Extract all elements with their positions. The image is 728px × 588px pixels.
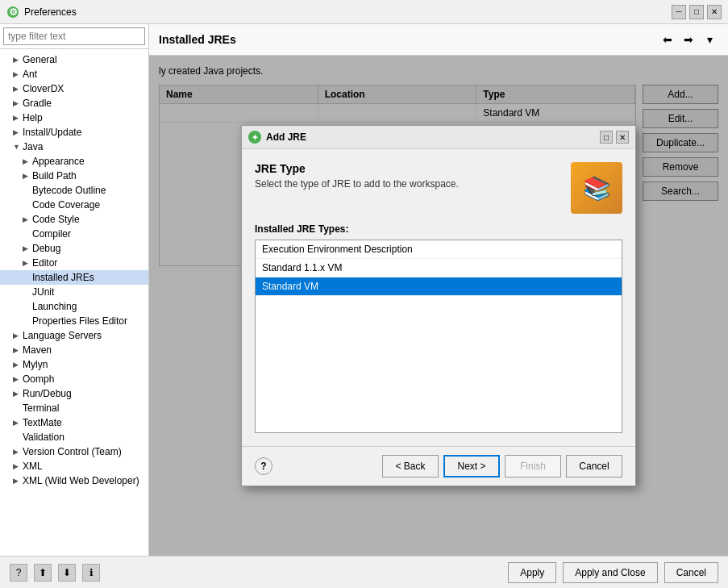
sidebar-item-validation[interactable]: Validation (0, 430, 148, 444)
import-icon[interactable]: ⬇ (58, 564, 76, 582)
modal-maximize-button[interactable]: □ (600, 131, 613, 144)
sidebar-item-bytecode-outline[interactable]: Bytecode Outline (0, 183, 148, 198)
sidebar-item-label: General (23, 54, 145, 65)
sidebar-item-installed-jres[interactable]: Installed JREs (0, 270, 148, 285)
sidebar-item-editor[interactable]: ▶ Editor (0, 256, 148, 270)
minimize-button[interactable]: ─ (672, 5, 686, 19)
right-panel: Installed JREs ⬅ ➡ ▾ ly created Java pro… (149, 24, 728, 556)
sidebar-item-label: Compiler (32, 228, 145, 240)
sidebar-item-build-path[interactable]: ▶ Build Path (0, 169, 148, 183)
modal-footer: ? < Back Next > Finish Cancel (242, 446, 635, 486)
arrow-icon: ▶ (13, 477, 23, 485)
sidebar-item-gradle[interactable]: ▶ Gradle (0, 96, 148, 111)
svg-text:⚙: ⚙ (9, 6, 18, 18)
sidebar-item-label: JUnit (32, 286, 145, 298)
arrow-icon: ▶ (13, 448, 23, 456)
info-icon[interactable]: ℹ (82, 564, 100, 582)
sidebar-item-cloverdx[interactable]: ▶ CloverDX (0, 81, 148, 96)
sidebar-item-label: TextMate (23, 417, 145, 428)
bottom-left: ? ⬆ ⬇ ℹ (10, 564, 100, 582)
sidebar-item-label: Mylyn (23, 359, 145, 370)
maximize-button[interactable]: □ (689, 5, 704, 19)
sidebar-item-textmate[interactable]: ▶ TextMate (0, 415, 148, 430)
sidebar-item-compiler[interactable]: Compiler (0, 227, 148, 241)
help-icon[interactable]: ? (10, 564, 27, 582)
modal-body: JRE Type Select the type of JRE to add t… (242, 149, 635, 446)
modal-top: JRE Type Select the type of JRE to add t… (255, 162, 622, 214)
sidebar-item-label: Editor (32, 257, 145, 269)
sidebar-item-label: Launching (32, 301, 145, 312)
right-body: ly created Java projects. Name Location … (149, 56, 728, 556)
modal-list-section: Installed JRE Types: Execution Environme… (255, 223, 622, 433)
sidebar-item-label: Properties Files Editor (32, 315, 145, 327)
list-item-exec-env[interactable]: Execution Environment Description (256, 240, 622, 259)
sidebar-item-label: CloverDX (23, 83, 145, 94)
app-icon: ⚙ (6, 6, 19, 19)
cancel-button[interactable]: Cancel (566, 455, 622, 477)
window-controls: ─ □ ✕ (672, 5, 722, 19)
sidebar-item-appearance[interactable]: ▶ Appearance (0, 154, 148, 169)
arrow-icon: ▶ (13, 128, 23, 136)
arrow-icon: ▶ (13, 56, 23, 64)
sidebar-item-label: Debug (32, 243, 145, 254)
arrow-icon: ▶ (13, 70, 23, 78)
sidebar-item-ant[interactable]: ▶ Ant (0, 67, 148, 81)
tree-view: ▶ General ▶ Ant ▶ CloverDX ▶ Gradle ▶ (0, 49, 148, 556)
list-item-standard-vm[interactable]: Standard VM (256, 277, 622, 296)
back-button[interactable]: ⬅ (659, 31, 676, 48)
sidebar-item-label: Validation (23, 432, 145, 443)
sidebar-item-label: Run/Debug (23, 388, 145, 399)
sidebar-item-code-coverage[interactable]: Code Coverage (0, 198, 148, 212)
sidebar-item-run-debug[interactable]: ▶ Run/Debug (0, 386, 148, 401)
arrow-icon: ▶ (23, 172, 32, 180)
sidebar-item-label: Java (23, 141, 145, 152)
sidebar-item-mylyn[interactable]: ▶ Mylyn (0, 357, 148, 372)
next-button[interactable]: Next > (443, 455, 500, 477)
modal-title-controls: □ ✕ (600, 131, 629, 144)
sidebar-item-launching[interactable]: Launching (0, 299, 148, 314)
help-button[interactable]: ? (255, 457, 272, 475)
arrow-icon: ▶ (13, 361, 23, 369)
modal-overlay: ✦ Add JRE □ ✕ JRE (149, 56, 728, 556)
search-input[interactable] (3, 27, 145, 45)
arrow-icon: ▶ (13, 390, 23, 398)
modal-subtext: Select the type of JRE to add to the wor… (255, 178, 571, 190)
sidebar-item-help[interactable]: ▶ Help (0, 111, 148, 125)
modal-close-button[interactable]: ✕ (616, 131, 629, 144)
sidebar-item-junit[interactable]: JUnit (0, 285, 148, 299)
sidebar-item-language-servers[interactable]: ▶ Language Servers (0, 328, 148, 343)
right-header: Installed JREs ⬅ ➡ ▾ (149, 24, 728, 56)
sidebar-item-version-control[interactable]: ▶ Version Control (Team) (0, 444, 148, 459)
modal-heading: JRE Type (255, 162, 571, 175)
sidebar-item-code-style[interactable]: ▶ Code Style (0, 212, 148, 227)
sidebar-item-xml-wild[interactable]: ▶ XML (Wild Web Developer) (0, 473, 148, 488)
menu-button[interactable]: ▾ (701, 31, 718, 48)
sidebar-item-label: Language Servers (23, 330, 145, 341)
export-icon[interactable]: ⬆ (34, 564, 52, 582)
back-button[interactable]: < Back (382, 455, 439, 477)
arrow-icon: ▶ (13, 85, 23, 93)
close-button[interactable]: ✕ (707, 5, 722, 19)
sidebar-item-general[interactable]: ▶ General (0, 52, 148, 67)
sidebar-item-java[interactable]: ▼ Java (0, 140, 148, 154)
apply-close-button[interactable]: Apply and Close (563, 562, 657, 583)
sidebar-item-label: Version Control (Team) (23, 446, 145, 457)
sidebar-item-terminal[interactable]: Terminal (0, 401, 148, 415)
sidebar-item-install-update[interactable]: ▶ Install/Update (0, 125, 148, 140)
sidebar-item-label: Code Coverage (32, 199, 145, 211)
sidebar-item-maven[interactable]: ▶ Maven (0, 343, 148, 357)
finish-button[interactable]: Finish (505, 455, 561, 477)
forward-button[interactable]: ➡ (680, 31, 697, 48)
sidebar-item-properties-files[interactable]: Properties Files Editor (0, 314, 148, 328)
sidebar-item-oomph[interactable]: ▶ Oomph (0, 372, 148, 386)
page-title: Installed JREs (159, 33, 236, 46)
sidebar-item-xml[interactable]: ▶ XML (0, 459, 148, 473)
bottom-right: Apply Apply and Close Cancel (508, 562, 718, 583)
apply-button[interactable]: Apply (508, 562, 556, 583)
list-item-standard-11x[interactable]: Standard 1.1.x VM (256, 259, 622, 277)
modal-list-label: Installed JRE Types: (255, 223, 622, 235)
cancel-button[interactable]: Cancel (664, 562, 718, 583)
arrow-icon: ▶ (13, 346, 23, 354)
modal-icon: ✦ (248, 131, 261, 144)
sidebar-item-debug[interactable]: ▶ Debug (0, 241, 148, 256)
